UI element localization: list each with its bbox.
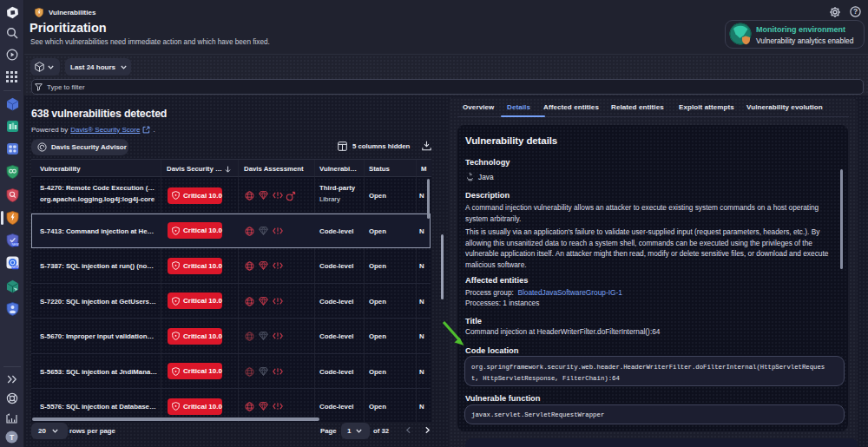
svg-text:NEW: NEW [12,243,19,247]
svg-text:?: ? [853,7,858,16]
svg-text:T: T [10,433,15,442]
svg-text:NEW: NEW [12,266,19,269]
